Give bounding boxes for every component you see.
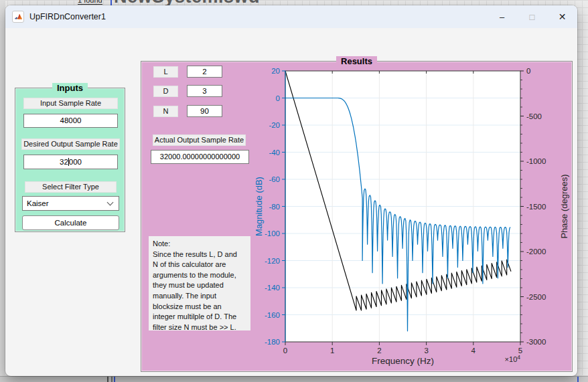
desired-output-value-left: 32 <box>60 158 68 166</box>
background-tick-mark <box>111 377 113 382</box>
results-panel: Results L 2 D 3 N 90 Actual Output Sampl… <box>141 61 573 372</box>
svg-text:-20: -20 <box>269 121 280 129</box>
window-title: UpFIRDnConverter1 <box>29 12 106 21</box>
svg-text:-3000: -3000 <box>526 338 546 346</box>
desired-output-value-right: 000 <box>69 158 82 166</box>
svg-text:×104: ×104 <box>505 354 521 363</box>
inputs-panel-title: Inputs <box>15 82 125 94</box>
window-controls: – □ ✕ <box>487 5 577 28</box>
svg-text:-140: -140 <box>265 284 280 292</box>
filter-type-label: Select Filter Type <box>25 181 117 193</box>
background-bottom-bar <box>0 376 588 382</box>
inputs-panel: Inputs Input Sample Rate 48000 Desired O… <box>15 88 125 232</box>
svg-text:-2000: -2000 <box>526 248 546 256</box>
background-cursor-divider <box>111 0 112 5</box>
upfirdn-converter-window: UpFIRDnConverter1 – □ ✕ Inputs Input Sam… <box>5 5 577 376</box>
input-sample-rate-label: Input Sample Rate <box>23 98 118 109</box>
chevron-down-icon <box>107 199 114 206</box>
minimize-button[interactable]: – <box>487 5 517 28</box>
svg-text:4: 4 <box>471 347 476 355</box>
svg-text:-120: -120 <box>265 257 280 265</box>
desired-output-rate-label: Desired Output Sample Rate <box>21 138 120 150</box>
background-left-strip <box>0 0 5 382</box>
svg-text:-60: -60 <box>269 175 280 183</box>
svg-text:-160: -160 <box>265 311 280 319</box>
svg-text:-80: -80 <box>269 203 280 211</box>
background-cursor-mark <box>577 377 579 382</box>
svg-text:2: 2 <box>377 347 381 355</box>
input-sample-rate-field[interactable]: 48000 <box>23 114 118 128</box>
matlab-app-icon <box>12 11 24 23</box>
calculate-button[interactable]: Calculate <box>22 215 119 230</box>
svg-text:0: 0 <box>526 67 530 75</box>
svg-text:-180: -180 <box>265 338 280 346</box>
svg-text:-40: -40 <box>269 149 280 157</box>
svg-text:1: 1 <box>330 347 334 355</box>
svg-text:0: 0 <box>276 94 280 102</box>
close-button[interactable]: ✕ <box>547 5 577 28</box>
background-tick-mark <box>107 377 108 382</box>
svg-text:-500: -500 <box>526 112 542 120</box>
svg-text:-2500: -2500 <box>526 293 546 301</box>
background-cursor-mark <box>114 377 115 382</box>
svg-text:Frequency (Hz): Frequency (Hz) <box>372 356 434 366</box>
svg-text:-1000: -1000 <box>526 157 546 165</box>
desired-output-rate-field[interactable]: 32000 <box>23 155 118 169</box>
svg-text:-1500: -1500 <box>526 203 546 211</box>
filter-response-plot[interactable]: 012345200-20-40-60-80-100-120-140-160-18… <box>141 62 573 373</box>
background-search-result: 1 found <box>78 0 102 5</box>
svg-text:20: 20 <box>271 67 280 75</box>
svg-text:-100: -100 <box>265 229 280 237</box>
window-body: Inputs Input Sample Rate 48000 Desired O… <box>5 28 577 376</box>
maximize-button[interactable]: □ <box>517 5 547 28</box>
filter-type-selected-value: Kaiser <box>27 199 49 207</box>
svg-text:Phase (degrees): Phase (degrees) <box>559 174 569 238</box>
svg-text:0: 0 <box>283 347 287 355</box>
svg-text:Magnitude (dB): Magnitude (dB) <box>254 177 264 236</box>
svg-text:3: 3 <box>424 347 428 355</box>
window-titlebar[interactable]: UpFIRDnConverter1 – □ ✕ <box>5 5 577 28</box>
filter-type-dropdown[interactable]: Kaiser <box>22 196 119 211</box>
